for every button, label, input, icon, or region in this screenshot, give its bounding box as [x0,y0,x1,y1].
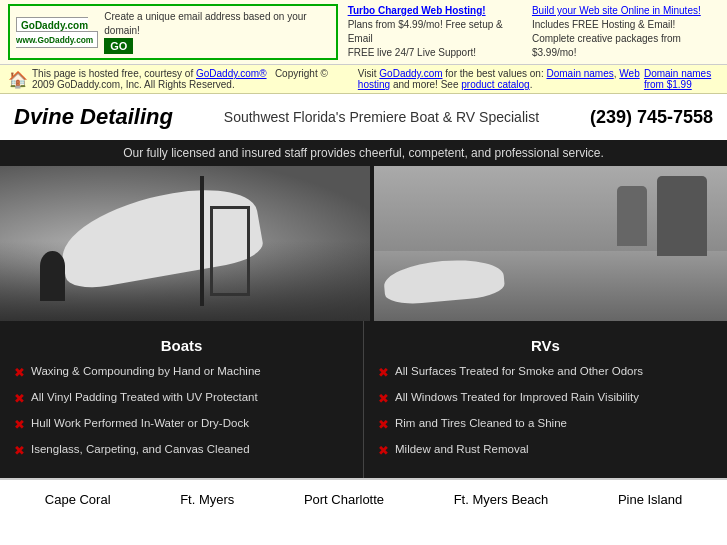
godaddy-email-ad: GoDaddy.comwww.GoDaddy.com Create a uniq… [8,4,338,60]
godaddy-link[interactable]: GoDaddy.com® [196,68,267,79]
godaddy-logo: GoDaddy.comwww.GoDaddy.com [16,17,98,48]
boat-photo-right [374,166,727,321]
list-item: ✖ Waxing & Compounding by Hand or Machin… [14,364,349,382]
top-ad-banner: GoDaddy.comwww.GoDaddy.com Create a uniq… [0,0,727,65]
hosting-line2: FREE live 24/7 Live Support! [348,46,522,60]
rv-service-3: Rim and Tires Cleaned to a Shine [395,416,567,431]
bullet-icon-1: ✖ [14,365,25,382]
boat-service-4: Isenglass, Carpeting, and Canvas Cleaned [31,442,250,457]
rv-service-4: Mildew and Rust Removal [395,442,529,457]
hosted-bar: 🏠 This page is hosted free, courtesy of … [0,65,727,94]
boat-service-2: All Vinyl Padding Treated with UV Protec… [31,390,258,405]
product-catalog-link[interactable]: product catalog [461,79,529,90]
list-item: ✖ Mildew and Rust Removal [378,442,713,460]
rvs-column: RVs ✖ All Surfaces Treated for Smoke and… [364,321,727,478]
hosting-line1: Plans from $4.99/mo! Free setup & Email [348,18,522,46]
rvs-heading: RVs [378,331,713,364]
hosted-bar-left: 🏠 This page is hosted free, courtesy of … [8,68,644,90]
hosted-icon: 🏠 [8,70,28,89]
site-header: Dvine Detailing Southwest Florida's Prem… [0,94,727,140]
bullet-icon-5: ✖ [378,365,389,382]
domain-names-price: Domain names from $1.99 [644,68,719,90]
domain-price-link[interactable]: Domain names from $1.99 [644,68,711,90]
right-line1: Includes FREE Hosting & Email! [532,18,719,32]
footer-nav: Cape Coral Ft. Myers Port Charlotte Ft. … [0,478,727,519]
email-ad-text: Create a unique email address based on y… [104,10,329,38]
rv-service-1: All Surfaces Treated for Smoke and Other… [395,364,643,379]
tree-silhouette [657,176,707,256]
right-line2: Complete creative packages from $3.99/mo… [532,32,719,60]
site-phone: (239) 745-7558 [590,107,713,128]
bullet-icon-2: ✖ [14,391,25,408]
services-section: Boats ✖ Waxing & Compounding by Hand or … [0,321,727,478]
boat-service-1: Waxing & Compounding by Hand or Machine [31,364,261,379]
boat-photo-left [0,166,370,321]
site-tagline: Southwest Florida's Premiere Boat & RV S… [224,109,539,125]
boat-service-3: Hull Work Performed In-Water or Dry-Dock [31,416,249,431]
rv-service-2: All Windows Treated for Improved Rain Vi… [395,390,639,405]
boats-column: Boats ✖ Waxing & Compounding by Hand or … [0,321,364,478]
site-title: Dvine Detailing [14,104,173,130]
bullet-icon-6: ✖ [378,391,389,408]
list-item: ✖ All Windows Treated for Improved Rain … [378,390,713,408]
footer-location-3: Port Charlotte [304,492,384,507]
bullet-icon-4: ✖ [14,443,25,460]
list-item: ✖ Hull Work Performed In-Water or Dry-Do… [14,416,349,434]
godaddy-visit-link[interactable]: GoDaddy.com [379,68,442,79]
list-item: ✖ All Surfaces Treated for Smoke and Oth… [378,364,713,382]
slogan-text: Our fully licensed and insured staff pro… [123,146,604,160]
go-button[interactable]: GO [104,38,133,54]
domain-names-link[interactable]: Domain names [547,68,614,79]
bullet-icon-8: ✖ [378,443,389,460]
footer-location-4: Ft. Myers Beach [454,492,549,507]
tree-silhouette2 [617,186,647,246]
hosted-text: This page is hosted free, courtesy of Go… [32,68,344,90]
boats-heading: Boats [14,331,349,364]
list-item: ✖ Isenglass, Carpeting, and Canvas Clean… [14,442,349,460]
visit-text: Visit GoDaddy.com for the best values on… [358,68,644,90]
turbo-hosting-link[interactable]: Turbo Charged Web Hosting! [348,5,486,16]
slogan-bar: Our fully licensed and insured staff pro… [0,140,727,166]
bullet-icon-3: ✖ [14,417,25,434]
footer-location-2: Ft. Myers [180,492,234,507]
footer-location-5: Pine Island [618,492,682,507]
hosting-ad-center: Turbo Charged Web Hosting! Plans from $4… [348,4,522,60]
bullet-icon-7: ✖ [378,417,389,434]
list-item: ✖ All Vinyl Padding Treated with UV Prot… [14,390,349,408]
list-item: ✖ Rim and Tires Cleaned to a Shine [378,416,713,434]
footer-location-1: Cape Coral [45,492,111,507]
build-site-ad: Build your Web site Online in Minutes! I… [532,4,719,60]
person-silhouette [40,251,65,301]
boat-mast [200,176,204,306]
ladder-structure [210,206,250,296]
build-site-link[interactable]: Build your Web site Online in Minutes! [532,5,701,16]
photo-strip [0,166,727,321]
